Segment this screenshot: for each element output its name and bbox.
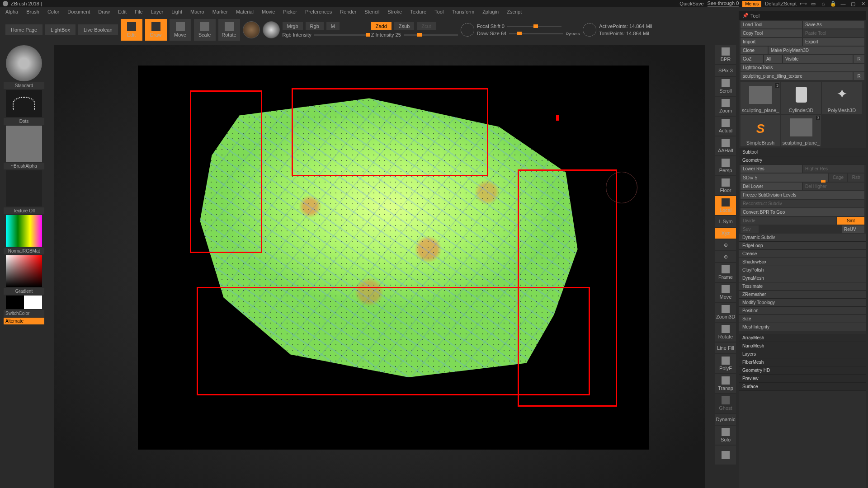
- extra-button[interactable]: [715, 446, 736, 465]
- menu-material[interactable]: Material: [236, 9, 254, 14]
- persp-button[interactable]: Persp: [715, 156, 736, 175]
- axis-z-button[interactable]: ⊕: [715, 251, 736, 262]
- menu-picker[interactable]: Picker: [283, 9, 297, 14]
- tool-thumb-cylinder[interactable]: Cylinder3D: [781, 82, 821, 114]
- aahalf-button[interactable]: AAHalf: [715, 136, 736, 155]
- polyf-button[interactable]: PolyF: [715, 354, 736, 373]
- section-dynamic-subdiv[interactable]: Dynamic Subdiv: [739, 234, 866, 242]
- actual-button[interactable]: Actual: [715, 117, 736, 136]
- paste-tool-button[interactable]: Paste Tool: [803, 29, 864, 37]
- menu-tool[interactable]: Tool: [434, 9, 443, 14]
- reconstruct-button[interactable]: Reconstruct Subdiv: [741, 200, 864, 207]
- layout-icon[interactable]: ▭: [810, 0, 816, 7]
- scale-mode-button[interactable]: Scale: [194, 19, 216, 41]
- goz-r-button[interactable]: R: [854, 55, 864, 63]
- zsub-button[interactable]: Zsub: [394, 22, 414, 30]
- menu-zscript[interactable]: Zscript: [507, 9, 522, 14]
- geometry-section[interactable]: Geometry: [739, 156, 866, 164]
- home-icon[interactable]: ⌂: [820, 0, 826, 7]
- lock-icon[interactable]: 🔒: [830, 0, 836, 7]
- make-polymesh-button[interactable]: Make PolyMesh3D: [769, 47, 864, 54]
- menu-render[interactable]: Render: [340, 9, 356, 14]
- section-modify-topology[interactable]: Modify Topology: [739, 299, 866, 307]
- lightbox-tools-button[interactable]: Lightbox▸Tools: [741, 64, 864, 71]
- menu-draw[interactable]: Draw: [98, 9, 110, 14]
- menu-light[interactable]: Light: [171, 9, 182, 14]
- zadd-button[interactable]: Zadd: [371, 22, 392, 30]
- linefill-button[interactable]: Line Fill: [715, 343, 736, 353]
- quicksave-button[interactable]: QuickSave: [679, 1, 703, 6]
- divide-button[interactable]: Divide: [741, 217, 836, 225]
- stroke-thumbnail[interactable]: [6, 90, 42, 117]
- zoom3d-button[interactable]: Zoom3D: [715, 303, 736, 322]
- tool-thumb-polymesh[interactable]: PolyMesh3D: [822, 82, 862, 114]
- menu-zplugin[interactable]: Zplugin: [482, 9, 499, 14]
- menu-macro[interactable]: Macro: [190, 9, 204, 14]
- section-shadowbox[interactable]: ShadowBox: [739, 258, 866, 266]
- section-edgeloop[interactable]: EdgeLoop: [739, 242, 866, 250]
- subtool-section[interactable]: Subtool: [739, 148, 866, 156]
- rotate-mode-button[interactable]: Rotate: [218, 19, 240, 41]
- load-tool-button[interactable]: Load Tool: [741, 21, 802, 28]
- viewport[interactable]: [138, 66, 649, 450]
- tool-thumb-current[interactable]: 3sculpting_plane_: [741, 82, 780, 114]
- section-zremesher[interactable]: ZRemesher: [739, 291, 866, 299]
- mrgb-button[interactable]: Mrgb: [283, 22, 303, 30]
- goz-visible-button[interactable]: Visible: [783, 55, 853, 63]
- live-boolean-button[interactable]: Live Boolean: [78, 24, 118, 35]
- tool-header[interactable]: 📌Tool: [739, 11, 866, 20]
- brush-thumbnail[interactable]: [6, 45, 42, 81]
- seethrough-slider[interactable]: See-through 0: [708, 0, 739, 7]
- section-meshintegrity[interactable]: MeshIntegrity: [739, 323, 866, 331]
- draw-mode-button[interactable]: Draw: [145, 19, 167, 41]
- goz-button[interactable]: GoZ: [741, 55, 763, 63]
- del-lower-button[interactable]: Del Lower: [741, 183, 802, 190]
- texture-thumbnail[interactable]: [6, 170, 42, 206]
- section-tessimate[interactable]: Tessimate: [739, 282, 866, 291]
- menu-stencil[interactable]: Stencil: [364, 9, 379, 14]
- copy-tool-button[interactable]: Copy Tool: [741, 29, 802, 37]
- dynamic-button[interactable]: Dynamic: [715, 414, 736, 425]
- freeze-subdiv-button[interactable]: Freeze SubDivision Levels: [741, 191, 864, 199]
- section-geometryhd[interactable]: Geometry HD: [739, 366, 866, 375]
- menus-button[interactable]: Menus: [742, 1, 761, 7]
- section-layers[interactable]: Layers: [739, 350, 866, 358]
- move3d-button[interactable]: Move: [715, 283, 736, 302]
- reuv-button[interactable]: ReUV: [842, 225, 864, 233]
- material-thumbnail[interactable]: [6, 215, 42, 247]
- menu-preferences[interactable]: Preferences: [305, 9, 332, 14]
- scroll-button[interactable]: Scroll: [715, 77, 736, 96]
- section-dynamesh[interactable]: DynaMesh: [739, 274, 866, 282]
- clone-button[interactable]: Clone: [741, 47, 768, 54]
- tool-name-field[interactable]: sculpting_plane_tiling_texture: [741, 72, 853, 80]
- save-as-button[interactable]: Save As: [803, 21, 864, 28]
- local-button[interactable]: Local: [715, 196, 736, 215]
- sdiv-slider[interactable]: SDiv 5: [741, 174, 828, 182]
- material-swatch-2[interactable]: [263, 21, 280, 38]
- menu-file[interactable]: File: [135, 9, 143, 14]
- focal-shift-slider[interactable]: [507, 26, 561, 27]
- menu-marker[interactable]: Marker: [212, 9, 228, 14]
- section-arraymesh[interactable]: ArrayMesh: [739, 334, 866, 342]
- section-crease[interactable]: Crease: [739, 250, 866, 258]
- export-button[interactable]: Export: [803, 38, 864, 46]
- color-picker[interactable]: [6, 255, 42, 287]
- home-page-button[interactable]: Home Page: [5, 24, 42, 35]
- zoom-button[interactable]: Zoom: [715, 97, 736, 116]
- xyz-button[interactable]: Xyz: [715, 228, 736, 239]
- suv-button[interactable]: Suv: [741, 225, 759, 233]
- tool-r-button[interactable]: R: [854, 72, 864, 80]
- floor-button[interactable]: Floor: [715, 176, 736, 195]
- lower-res-button[interactable]: Lower Res: [741, 165, 802, 173]
- color-swatches[interactable]: [6, 296, 42, 309]
- cage-button[interactable]: Cage: [829, 174, 847, 182]
- focal-icon[interactable]: [461, 23, 474, 37]
- gizmo-icon[interactable]: [583, 23, 596, 37]
- arrows-icon[interactable]: ⟷: [800, 0, 807, 7]
- move-mode-button[interactable]: Move: [170, 19, 191, 41]
- menu-color[interactable]: Color: [47, 9, 59, 14]
- zcut-button[interactable]: Zcut: [417, 22, 435, 30]
- spix-slider[interactable]: SPix 3: [715, 65, 736, 76]
- lsym-button[interactable]: L.Sym: [715, 216, 736, 227]
- transp-button[interactable]: Transp: [715, 374, 736, 393]
